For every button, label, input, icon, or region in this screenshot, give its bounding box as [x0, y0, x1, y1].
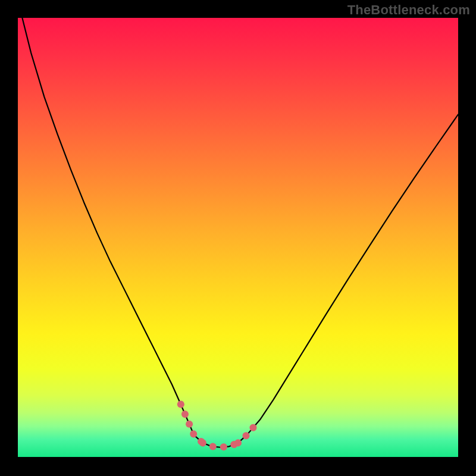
chart-svg: [18, 18, 458, 457]
gradient-background: [18, 18, 458, 457]
plot-area: [18, 18, 458, 457]
figure-container: TheBottleneck.com: [0, 0, 476, 476]
watermark-text: TheBottleneck.com: [347, 2, 470, 18]
